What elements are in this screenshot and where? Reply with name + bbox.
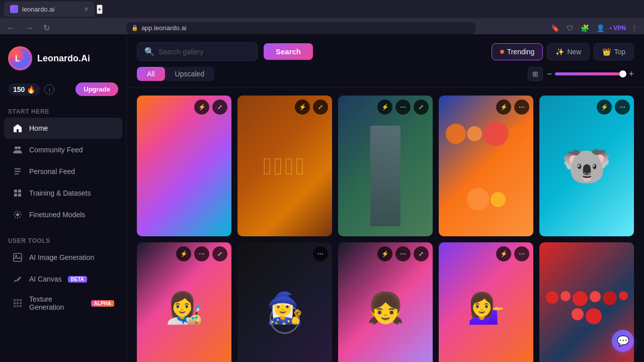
item-actions: ⚡ ⤢ — [194, 100, 227, 115]
top-button[interactable]: 👑 Top — [594, 43, 634, 60]
trending-dot — [500, 50, 504, 54]
svg-rect-5 — [18, 190, 21, 193]
gallery-item-hieroglyph[interactable]: 𓀀𓁄𓂀𓃭 ⚡ ⤢ — [237, 96, 332, 236]
crown-icon: 👑 — [602, 48, 611, 56]
gallery-item-pink-hair[interactable]: 👧 ⚡ ⋯ ⤢ — [338, 242, 433, 362]
action-generate-btn[interactable]: ⚡ — [194, 100, 209, 115]
gallery-item-lion[interactable]: ⚡ ⤢ — [137, 96, 231, 236]
token-count-display: 150 🔥 — [8, 83, 40, 96]
active-tab[interactable]: leonardo.ai ✕ — [4, 2, 95, 17]
action-options-btn-9[interactable]: ⋯ — [514, 246, 529, 261]
search-box[interactable]: 🔍 — [137, 42, 258, 61]
action-expand-btn[interactable]: ⤢ — [212, 100, 227, 115]
item-actions-4: ⚡ ⋯ — [496, 100, 529, 115]
action-options-btn-6[interactable]: ⋯ — [194, 246, 209, 261]
sparkle-icon: ✨ — [555, 48, 564, 56]
filter-all-tab[interactable]: All — [137, 67, 165, 81]
zoom-in-button[interactable]: + — [628, 69, 634, 79]
sidebar-item-finetuned-models[interactable]: Finetuned Models — [4, 204, 122, 225]
gallery-item-warrior[interactable]: ⚡ ⋯ ⤢ — [338, 96, 433, 236]
grid-view-button[interactable]: ⊞ — [528, 67, 543, 81]
action-gen-btn-4[interactable]: ⚡ — [496, 100, 511, 115]
gallery-item-flowers[interactable]: ⚡ ⋯ — [439, 96, 533, 236]
svg-rect-9 — [14, 253, 22, 261]
chat-bubble[interactable]: 💬 — [612, 330, 634, 352]
action-gen-btn-2[interactable]: ⚡ — [295, 100, 310, 115]
action-expand-btn-6[interactable]: ⤢ — [212, 246, 227, 261]
svg-rect-4 — [14, 190, 17, 193]
action-gen-btn-8[interactable]: ⚡ — [377, 246, 392, 261]
canvas-icon — [12, 274, 23, 285]
action-expand-btn-8[interactable]: ⤢ — [414, 246, 429, 261]
action-options-btn-7[interactable]: ⋯ — [313, 246, 328, 261]
url-text: app.leonardo.ai — [141, 24, 187, 32]
action-gen-btn-9[interactable]: ⚡ — [496, 246, 511, 261]
sidebar-item-ai-image-generation[interactable]: AI Image Generation — [4, 247, 122, 268]
bookmark-btn[interactable]: 🔖 — [549, 22, 561, 34]
sidebar-item-training-datasets[interactable]: Training & Datasets — [4, 183, 122, 204]
new-tab-button[interactable]: + — [97, 5, 103, 14]
item-actions-2: ⚡ ⤢ — [295, 100, 328, 115]
browser-tab-bar: leonardo.ai ✕ + — [0, 0, 644, 18]
action-expand-btn-3[interactable]: ⤢ — [414, 100, 429, 115]
ai-image-gen-label: AI Image Generation — [29, 253, 94, 261]
action-gen-btn-5[interactable]: ⚡ — [597, 100, 612, 115]
action-expand-btn-2[interactable]: ⤢ — [313, 100, 328, 115]
zoom-out-button[interactable]: − — [547, 69, 552, 79]
sidebar-item-texture-generation[interactable]: Texture Generation ALPHA — [4, 290, 122, 316]
token-value: 150 — [13, 85, 25, 94]
forward-button[interactable]: → — [22, 22, 36, 35]
address-bar[interactable]: 🔒 app.leonardo.ai — [125, 21, 477, 35]
back-button[interactable]: ← — [4, 22, 18, 35]
item-actions-8: ⚡ ⋯ ⤢ — [377, 246, 429, 261]
lock-icon: 🔒 — [131, 25, 138, 31]
header-row2: All Upscaled ⊞ − + — [137, 67, 634, 81]
action-options-btn-5[interactable]: ⋯ — [615, 100, 630, 115]
info-icon[interactable]: i — [44, 84, 54, 95]
item-actions-5: ⚡ ⋯ — [597, 100, 630, 115]
training-icon — [12, 188, 23, 199]
svg-text:L: L — [15, 54, 20, 63]
menu-btn[interactable]: ⋮ — [629, 22, 640, 34]
token-bar: 150 🔥 i Upgrade — [0, 78, 126, 100]
svg-rect-6 — [14, 194, 17, 197]
new-button[interactable]: ✨ New — [547, 43, 590, 60]
gallery-item-colorful-girl[interactable]: 💁‍♀️ ⚡ ⋯ — [439, 242, 533, 362]
sidebar-item-community-feed[interactable]: Community Feed — [4, 139, 122, 160]
search-button[interactable]: Search — [264, 43, 313, 60]
training-datasets-label: Training & Datasets — [29, 189, 91, 197]
filter-upscaled-tab[interactable]: Upscaled — [165, 67, 214, 81]
gallery-item-koala[interactable]: 🐨 ⚡ ⋯ — [539, 96, 634, 236]
action-options-btn-8[interactable]: ⋯ — [395, 246, 411, 261]
action-gen-btn-3[interactable]: ⚡ — [377, 100, 392, 115]
profile-btn[interactable]: 👤 — [594, 22, 607, 34]
search-input[interactable] — [158, 48, 250, 56]
sidebar-item-ai-canvas[interactable]: AI Canvas BETA — [4, 268, 122, 290]
svg-point-8 — [16, 213, 19, 216]
tab-close-btn[interactable]: ✕ — [84, 6, 89, 13]
gallery-item-anime-girl[interactable]: 👩‍🎨 ⚡ ⋯ ⤢ — [137, 242, 231, 362]
gallery-grid: ⚡ ⤢ 𓀀𓁄𓂀𓃭 ⚡ ⤢ ⚡ — [127, 87, 644, 362]
sidebar-item-home[interactable]: Home — [4, 118, 122, 139]
trending-label: Trending — [507, 48, 535, 56]
upgrade-button[interactable]: Upgrade — [75, 82, 118, 96]
zoom-slider-wrap: − + — [547, 69, 634, 79]
logo-area: L Leonardo.Ai — [0, 42, 126, 78]
sidebar-item-personal-feed[interactable]: Personal Feed — [4, 161, 122, 182]
texture-gen-label: Texture Generation — [29, 295, 85, 311]
svg-point-2 — [15, 146, 18, 149]
svg-point-0 — [10, 48, 30, 68]
item-actions-9: ⚡ ⋯ — [496, 246, 529, 261]
action-options-btn-4[interactable]: ⋯ — [514, 100, 529, 115]
svg-rect-7 — [18, 194, 21, 197]
trending-button[interactable]: Trending — [492, 43, 543, 60]
zoom-slider[interactable] — [555, 72, 625, 75]
extensions-btn[interactable]: 🧩 — [579, 22, 591, 34]
gallery-item-dark-woman[interactable]: 🧙‍♀️ ⋯ ® — [237, 242, 332, 362]
action-gen-btn-6[interactable]: ⚡ — [176, 246, 191, 261]
action-options-btn-3[interactable]: ⋯ — [395, 100, 411, 115]
shield-btn[interactable]: 🛡 — [565, 22, 576, 34]
token-fire-icon: 🔥 — [27, 85, 35, 94]
main-content: 🔍 Search Trending ✨ New 👑 Top — [127, 34, 644, 362]
refresh-button[interactable]: ↻ — [40, 21, 53, 35]
